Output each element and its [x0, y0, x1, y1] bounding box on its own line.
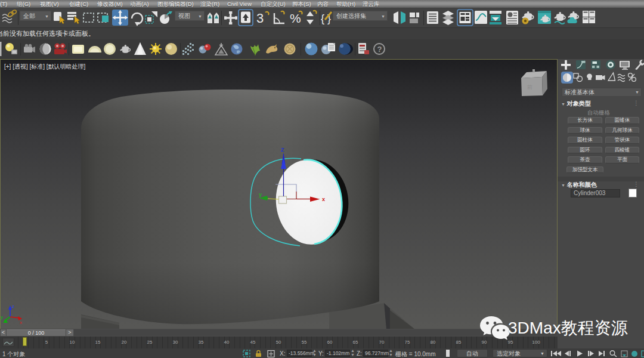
svg-text:3: 3: [256, 11, 264, 26]
svg-text:z: z: [12, 304, 14, 309]
svg-text:前: 前: [527, 84, 532, 90]
svg-text:y: y: [1, 314, 3, 320]
svg-text:{: {: [321, 13, 324, 24]
svg-text:y: y: [259, 192, 262, 197]
svg-text:x: x: [322, 196, 325, 202]
svg-text:x: x: [20, 320, 22, 325]
svg-text:?: ?: [377, 45, 382, 54]
svg-text:Z: Z: [281, 147, 284, 153]
svg-text:%: %: [290, 11, 301, 25]
